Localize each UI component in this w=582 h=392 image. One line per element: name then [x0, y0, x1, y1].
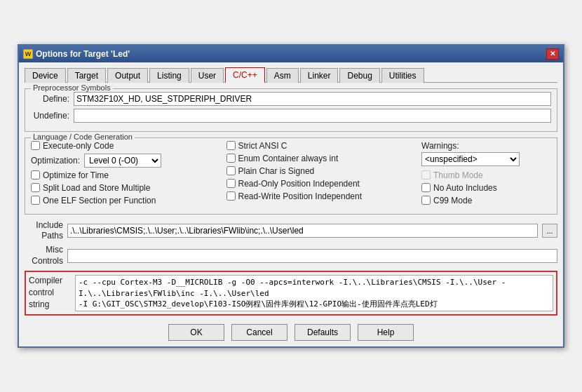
tab-bar: Device Target Output Listing User C/C++ …: [25, 67, 557, 83]
content-area: Device Target Output Listing User C/C++ …: [19, 62, 563, 346]
optimization-select[interactable]: Level 0 (-O0) Level 1 (-O1) Level 2 (-O2…: [84, 154, 161, 168]
include-section: IncludePaths ... MiscControls: [25, 220, 557, 266]
browse-button[interactable]: ...: [542, 224, 557, 238]
tab-user[interactable]: User: [191, 68, 224, 83]
tab-target[interactable]: Target: [67, 68, 106, 83]
title-bar: W Options for Target 'Led' ✕: [19, 46, 563, 62]
misc-label: MiscControls: [25, 245, 63, 266]
plain-char-checkbox[interactable]: [226, 166, 236, 175]
enum-container-row: Enum Container always int: [226, 154, 417, 163]
plain-char-row: Plain Char is Signed: [226, 166, 417, 176]
read-only-checkbox[interactable]: [226, 179, 236, 188]
window-icon: W: [23, 49, 33, 59]
warnings-select[interactable]: <unspecified> No Warnings All Warnings: [421, 152, 520, 166]
tab-cpp[interactable]: C/C++: [225, 67, 265, 83]
tab-asm[interactable]: Asm: [266, 68, 299, 83]
read-write-label: Read-Write Position Independent: [238, 191, 363, 201]
preprocessor-group: Preprocessor Symbols Define: Undefine:: [25, 88, 557, 132]
read-only-label: Read-Only Position Independent: [238, 179, 360, 189]
tab-output[interactable]: Output: [107, 68, 148, 83]
undefine-row: Undefine:: [31, 109, 551, 123]
define-input[interactable]: [74, 92, 551, 106]
one-elf-label: One ELF Section per Function: [43, 196, 156, 205]
bottom-buttons: OK Cancel Defaults Help: [25, 321, 557, 341]
thumb-mode-row: Thumb Mode: [421, 170, 551, 180]
define-row: Define:: [31, 92, 551, 106]
cancel-button[interactable]: Cancel: [231, 324, 287, 341]
read-only-row: Read-Only Position Independent: [226, 179, 417, 189]
c99-checkbox[interactable]: [421, 196, 431, 205]
thumb-mode-label: Thumb Mode: [433, 170, 483, 180]
warnings-select-row: <unspecified> No Warnings All Warnings: [421, 152, 551, 166]
preprocessor-group-label: Preprocessor Symbols: [31, 83, 113, 92]
compiler-label: Compilercontrolstring: [29, 275, 71, 310]
compiler-textarea[interactable]: -c --cpu Cortex-M3 -D__MICROLIB -g -O0 -…: [75, 275, 553, 311]
defaults-button[interactable]: Defaults: [295, 324, 351, 341]
tab-listing[interactable]: Listing: [149, 68, 189, 83]
enum-container-checkbox[interactable]: [226, 154, 236, 163]
no-auto-label: No Auto Includes: [433, 183, 497, 193]
tab-device[interactable]: Device: [25, 68, 66, 83]
close-button[interactable]: ✕: [546, 48, 559, 60]
split-load-row: Split Load and Store Multiple: [31, 183, 221, 193]
read-write-checkbox[interactable]: [226, 191, 236, 201]
tab-linker[interactable]: Linker: [300, 68, 339, 83]
language-group: Language / Code Generation Execute-only …: [25, 137, 557, 215]
lang-left-col: Execute-only Code Optimization: Level 0 …: [31, 141, 221, 208]
define-label: Define:: [31, 94, 69, 104]
optimization-row: Optimization: Level 0 (-O0) Level 1 (-O1…: [31, 154, 221, 168]
execute-only-row: Execute-only Code: [31, 141, 221, 151]
tab-utilities[interactable]: Utilities: [381, 68, 424, 83]
lang-middle-col: Strict ANSI C Enum Container always int …: [226, 141, 417, 208]
language-group-label: Language / Code Generation: [31, 133, 135, 141]
optimize-time-checkbox[interactable]: [31, 170, 40, 180]
window-title: Options for Target 'Led': [36, 49, 130, 59]
help-button[interactable]: Help: [358, 324, 414, 341]
execute-only-label: Execute-only Code: [43, 141, 114, 151]
c99-label: C99 Mode: [433, 196, 472, 205]
include-paths-input[interactable]: [67, 224, 538, 238]
c99-row: C99 Mode: [421, 196, 551, 205]
no-auto-checkbox[interactable]: [421, 183, 431, 192]
strict-ansi-checkbox[interactable]: [226, 141, 236, 150]
warnings-box: Warnings: <unspecified> No Warnings All …: [421, 141, 551, 166]
tab-debug[interactable]: Debug: [339, 68, 379, 83]
execute-only-checkbox[interactable]: [31, 141, 40, 150]
include-paths-row: IncludePaths ...: [25, 220, 557, 242]
title-bar-left: W Options for Target 'Led': [23, 49, 130, 59]
strict-ansi-label: Strict ANSI C: [238, 141, 287, 151]
read-write-row: Read-Write Position Independent: [226, 191, 417, 201]
thumb-mode-checkbox[interactable]: [421, 170, 431, 180]
split-load-checkbox[interactable]: [31, 183, 40, 192]
no-auto-row: No Auto Includes: [421, 183, 551, 193]
ok-button[interactable]: OK: [168, 324, 224, 341]
undefine-input[interactable]: [74, 109, 551, 123]
misc-controls-input[interactable]: [67, 249, 557, 263]
one-elf-checkbox[interactable]: [31, 196, 40, 205]
misc-controls-row: MiscControls: [25, 245, 557, 266]
optimize-time-row: Optimize for Time: [31, 170, 221, 180]
lang-right-col: Warnings: <unspecified> No Warnings All …: [421, 141, 551, 208]
optimization-label: Optimization:: [31, 156, 80, 165]
include-paths-label: IncludePaths: [25, 220, 63, 242]
strict-ansi-row: Strict ANSI C: [226, 141, 417, 151]
warnings-label: Warnings:: [421, 141, 551, 151]
compiler-section: Compilercontrolstring -c --cpu Cortex-M3…: [25, 271, 557, 316]
one-elf-row: One ELF Section per Function: [31, 196, 221, 205]
enum-container-label: Enum Container always int: [238, 154, 339, 163]
optimize-time-label: Optimize for Time: [43, 170, 109, 180]
main-window: W Options for Target 'Led' ✕ Device Targ…: [18, 44, 564, 348]
plain-char-label: Plain Char is Signed: [238, 166, 315, 176]
split-load-label: Split Load and Store Multiple: [43, 183, 150, 193]
undefine-label: Undefine:: [31, 111, 69, 121]
